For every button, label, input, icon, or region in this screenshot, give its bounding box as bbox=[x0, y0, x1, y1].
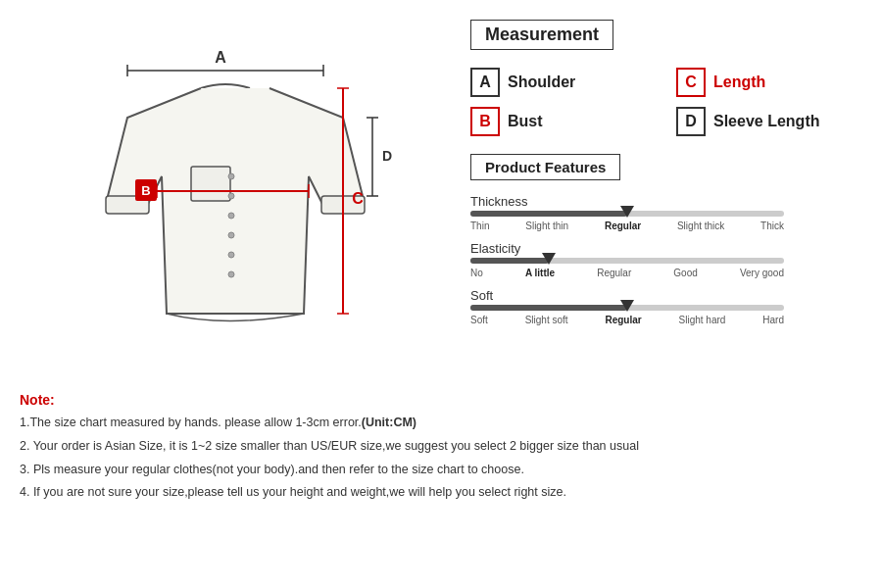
note-4: 4. If you are not sure your size,please … bbox=[20, 483, 862, 502]
svg-point-12 bbox=[228, 271, 234, 277]
measure-name-b: Bust bbox=[508, 113, 543, 130]
main-container: A bbox=[0, 0, 882, 382]
slider-elasticity-track bbox=[470, 258, 784, 264]
feature-elasticity: Elasticity No A little Regular Good Very… bbox=[470, 241, 862, 278]
right-panel: Measurement A Shoulder C Length B Bust D… bbox=[451, 10, 862, 372]
slider-soft-fill bbox=[470, 305, 627, 311]
measure-box-d: D bbox=[676, 107, 706, 136]
measurement-header: Measurement bbox=[470, 20, 613, 50]
measure-name-a: Shoulder bbox=[508, 74, 575, 91]
left-panel: A bbox=[20, 10, 451, 372]
measure-item-d: D Sleeve Length bbox=[676, 107, 862, 136]
svg-point-11 bbox=[228, 252, 234, 258]
product-features-header: Product Features bbox=[470, 154, 620, 180]
note-1-bold: (Unit:CM) bbox=[362, 416, 416, 429]
feature-soft: Soft Soft Slight soft Regular Slight har… bbox=[470, 288, 862, 325]
slider-elasticity-thumb bbox=[542, 253, 556, 265]
slider-soft-track bbox=[470, 305, 784, 311]
measurement-grid: A Shoulder C Length B Bust D Sleeve Leng… bbox=[470, 68, 862, 136]
feature-elasticity-label: Elasticity bbox=[470, 241, 862, 256]
svg-text:B: B bbox=[141, 183, 150, 198]
slider-soft-labels: Soft Slight soft Regular Slight hard Har… bbox=[470, 315, 784, 325]
svg-text:A: A bbox=[215, 49, 226, 66]
slider-elasticity-labels: No A little Regular Good Very good bbox=[470, 268, 784, 278]
svg-point-7 bbox=[228, 173, 234, 179]
shirt-diagram: A bbox=[49, 39, 421, 372]
measurement-label: Measurement bbox=[485, 24, 599, 44]
slider-elasticity-fill bbox=[470, 258, 549, 264]
features-title: Product Features bbox=[485, 159, 606, 175]
note-title: Note: bbox=[20, 392, 862, 408]
measure-box-b: B bbox=[470, 107, 500, 136]
measure-item-b: B Bust bbox=[470, 107, 657, 136]
feature-thickness: Thickness Thin Slight thin Regular Sligh… bbox=[470, 194, 862, 231]
svg-point-10 bbox=[228, 232, 234, 238]
notes-section: Note: 1.The size chart measured by hands… bbox=[0, 382, 882, 516]
measure-item-a: A Shoulder bbox=[470, 68, 657, 97]
slider-thickness-thumb bbox=[620, 206, 634, 218]
shirt-svg: A bbox=[49, 39, 421, 372]
svg-point-8 bbox=[228, 193, 234, 199]
slider-soft-thumb bbox=[620, 300, 634, 312]
measure-name-d: Sleeve Length bbox=[713, 113, 819, 130]
note-3: 3. Pls measure your regular clothes(not … bbox=[20, 461, 862, 479]
slider-thickness-track bbox=[470, 211, 784, 217]
svg-text:D: D bbox=[382, 148, 392, 164]
note-2: 2. Your order is Asian Size, it is 1~2 s… bbox=[20, 437, 862, 456]
measure-name-c: Length bbox=[713, 74, 765, 91]
svg-rect-6 bbox=[191, 167, 230, 201]
measure-item-c: C Length bbox=[676, 68, 862, 97]
slider-thickness-fill bbox=[470, 211, 627, 217]
svg-text:C: C bbox=[352, 190, 364, 207]
feature-thickness-label: Thickness bbox=[470, 194, 862, 209]
feature-soft-label: Soft bbox=[470, 288, 862, 303]
measure-box-c: C bbox=[676, 68, 706, 97]
measure-box-a: A bbox=[470, 68, 500, 97]
note-1: 1.The size chart measured by hands. plea… bbox=[20, 414, 862, 432]
features-list: Thickness Thin Slight thin Regular Sligh… bbox=[470, 194, 862, 325]
svg-point-9 bbox=[228, 213, 234, 219]
slider-thickness-labels: Thin Slight thin Regular Slight thick Th… bbox=[470, 220, 784, 231]
